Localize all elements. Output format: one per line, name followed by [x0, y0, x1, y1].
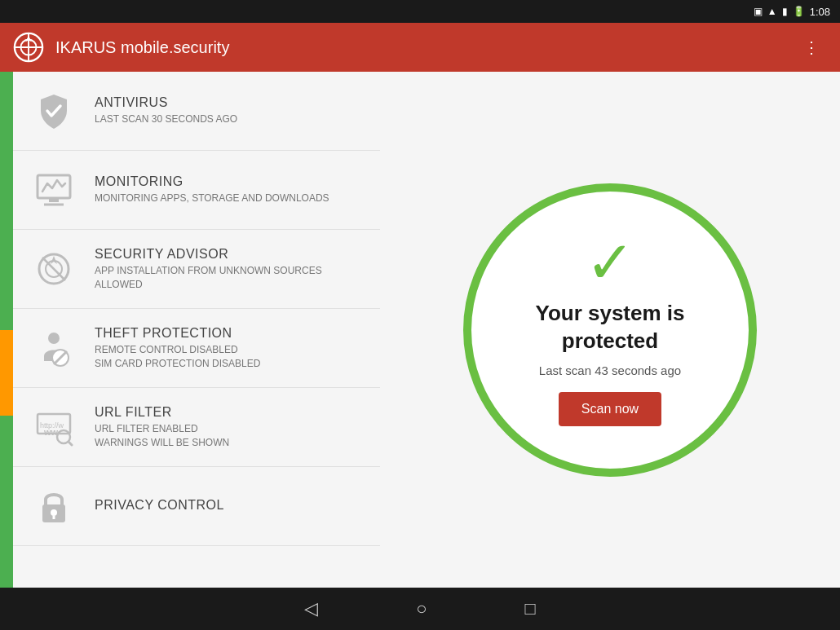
monitoring-icon-wrap — [29, 165, 78, 214]
antivirus-icon-wrap — [29, 86, 78, 135]
antivirus-icon — [34, 91, 73, 130]
privacy-control-text: PRIVACY CONTROL — [95, 498, 224, 515]
protection-title-text: Your system isprotected — [535, 301, 684, 353]
nav-bar: ◁ ○ □ — [0, 588, 840, 630]
privacy-control-icon — [34, 487, 73, 526]
time-display: 1:08 — [810, 6, 830, 18]
back-button[interactable]: ◁ — [304, 598, 318, 619]
right-panel: ✓ Your system isprotected Last scan 43 s… — [380, 72, 840, 588]
security-advisor-subtitle: APP INSTALLATION FROM UNKNOWN SOURCES AL… — [95, 264, 364, 292]
security-advisor-title: SECURITY ADVISOR — [95, 247, 364, 262]
menu-list: ANTIVIRUS LAST SCAN 30 SECONDS AGO MONIT… — [13, 72, 380, 588]
home-button[interactable]: ○ — [416, 598, 427, 619]
indicator-url — [0, 416, 13, 502]
privacy-control-title: PRIVACY CONTROL — [95, 498, 224, 513]
menu-item-antivirus[interactable]: ANTIVIRUS LAST SCAN 30 SECONDS AGO — [13, 72, 380, 151]
scan-now-button[interactable]: Scan now — [559, 392, 661, 426]
url-filter-icon-wrap: http://w ww — [29, 403, 78, 452]
theft-protection-subtitle: REMOTE CONTROL DISABLEDSIM CARD PROTECTI… — [95, 343, 260, 371]
monitoring-text: MONITORING MONITORING APPS, STORAGE AND … — [95, 174, 329, 205]
menu-item-security-advisor[interactable]: SECURITY ADVISOR APP INSTALLATION FROM U… — [13, 230, 380, 309]
battery-icon: ▣ — [754, 6, 763, 17]
security-advisor-icon — [34, 249, 73, 289]
status-bar: ▣ ▲ ▮ 🔋 1:08 — [0, 0, 840, 23]
svg-rect-6 — [49, 198, 59, 202]
menu-item-monitoring[interactable]: MONITORING MONITORING APPS, STORAGE AND … — [13, 151, 380, 230]
svg-marker-11 — [51, 256, 57, 264]
app-title: IKARUS mobile.security — [55, 38, 797, 57]
signal-icon: ▮ — [782, 6, 788, 17]
menu-item-theft-protection[interactable]: THEFT PROTECTION REMOTE CONTROL DISABLED… — [13, 309, 380, 388]
indicator-monitoring — [0, 158, 13, 245]
url-filter-subtitle: URL FILTER ENABLEDWARNINGS WILL BE SHOWN — [95, 422, 229, 450]
antivirus-title: ANTIVIRUS — [95, 95, 237, 110]
main-content: ANTIVIRUS LAST SCAN 30 SECONDS AGO MONIT… — [0, 72, 840, 588]
wifi-icon: ▲ — [767, 6, 777, 17]
indicator-privacy — [0, 502, 13, 588]
protection-circle: ✓ Your system isprotected Last scan 43 s… — [463, 183, 757, 477]
monitoring-title: MONITORING — [95, 174, 329, 189]
app-bar: IKARUS mobile.security ⋮ — [0, 23, 840, 72]
monitoring-icon — [34, 170, 73, 209]
privacy-control-icon-wrap — [29, 482, 78, 531]
checkmark-icon: ✓ — [586, 233, 634, 292]
protection-title: Your system isprotected — [535, 300, 684, 355]
theft-protection-icon — [34, 328, 73, 368]
svg-line-19 — [69, 442, 72, 445]
battery-level-icon: 🔋 — [793, 6, 805, 17]
indicator-security — [0, 244, 13, 330]
security-advisor-icon-wrap — [29, 245, 78, 293]
last-scan-text: Last scan 43 seconds ago — [539, 363, 681, 377]
indicator-theft — [0, 330, 13, 416]
svg-text:ww: ww — [43, 427, 59, 437]
svg-point-12 — [48, 333, 60, 344]
menu-item-url-filter[interactable]: http://w ww URL FILTER URL FILTER ENABLE… — [13, 388, 380, 467]
menu-item-privacy-control[interactable]: PRIVACY CONTROL — [13, 467, 380, 546]
url-filter-title: URL FILTER — [95, 405, 229, 420]
antivirus-subtitle: LAST SCAN 30 SECONDS AGO — [95, 112, 237, 126]
menu-button[interactable]: ⋮ — [797, 31, 827, 64]
theft-protection-title: THEFT PROTECTION — [95, 326, 260, 341]
url-filter-icon: http://w ww — [34, 408, 73, 447]
indicator-antivirus — [0, 72, 13, 158]
monitoring-subtitle: MONITORING APPS, STORAGE AND DOWNLOADS — [95, 192, 329, 205]
antivirus-text: ANTIVIRUS LAST SCAN 30 SECONDS AGO — [95, 95, 237, 126]
url-filter-text: URL FILTER URL FILTER ENABLEDWARNINGS WI… — [95, 405, 229, 450]
app-logo — [13, 32, 44, 63]
theft-protection-text: THEFT PROTECTION REMOTE CONTROL DISABLED… — [95, 326, 260, 371]
recent-button[interactable]: □ — [525, 598, 536, 619]
svg-point-21 — [51, 509, 57, 516]
theft-protection-icon-wrap — [29, 324, 78, 372]
security-advisor-text: SECURITY ADVISOR APP INSTALLATION FROM U… — [95, 247, 364, 292]
sidebar-indicators — [0, 72, 13, 588]
